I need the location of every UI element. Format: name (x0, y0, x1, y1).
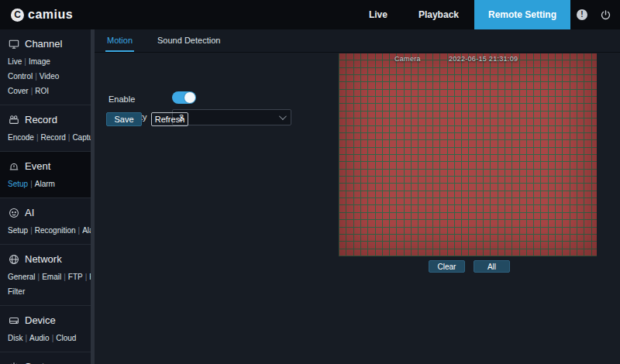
separator: | (68, 133, 71, 142)
app-window: C camius Live Playback Remote Setting ! … (0, 0, 620, 364)
sidebar-item-encode[interactable]: Encode (8, 133, 34, 142)
sidebar-section-record: RecordEncode|Record|Capture (0, 105, 95, 152)
face-icon (8, 207, 19, 218)
separator: | (85, 273, 88, 281)
header-nav: Live Playback Remote Setting ! (353, 0, 620, 29)
disk-icon (8, 314, 19, 326)
sidebar-section-header-system[interactable]: System (8, 359, 87, 364)
sidebar-item-recognition[interactable]: Recognition (35, 226, 76, 235)
refresh-button[interactable]: Refresh (151, 112, 188, 126)
sidebar-item-ftp[interactable]: FTP (68, 273, 83, 281)
sidebar-section-network: NetworkGeneral|Email|FTP|RTSP|DDNS|HTTPS… (0, 245, 95, 306)
separator: | (64, 273, 66, 281)
sidebar-section-header-event[interactable]: Event (8, 159, 87, 175)
sidebar-item-audio[interactable]: Audio (29, 334, 50, 342)
logo-icon: C (11, 9, 24, 22)
top-header: C camius Live Playback Remote Setting ! (0, 0, 620, 29)
sidebar-item-roi[interactable]: ROI (35, 87, 49, 95)
motion-detection-grid[interactable] (339, 53, 597, 256)
separator: | (24, 57, 26, 66)
enable-label: Enable (108, 94, 135, 104)
sidebar-section-ai: AISetup|Recognition|Alarm|Statistics (0, 198, 95, 245)
camera-preview[interactable]: Camera 2022-06-15 21:31:09 (339, 53, 597, 256)
sidebar-section-items: Encode|Record|Capture (8, 129, 87, 145)
separator: | (35, 72, 37, 81)
sensitivity-value: 3 (179, 113, 279, 122)
alarm-bell-icon (8, 160, 19, 172)
nav-remote-setting[interactable]: Remote Setting (474, 0, 570, 29)
separator: | (31, 87, 33, 95)
globe-icon (8, 253, 19, 265)
alert-info-icon[interactable]: ! (570, 0, 594, 29)
sidebar-item-disk[interactable]: Disk (8, 334, 22, 342)
sidebar-section-label: AI (25, 207, 34, 218)
toggle-knob (184, 92, 195, 103)
sidebar-section-system: SystemGeneral|Multi-User|Maintenance|Inf… (0, 352, 95, 364)
enable-toggle[interactable] (172, 91, 196, 104)
sidebar-section-items: Setup|Recognition|Alarm|Statistics (8, 221, 87, 238)
sidebar-section-header-device[interactable]: Device (8, 313, 87, 329)
sidebar: ChannelLive|Image Control|Video Cover|RO… (0, 29, 95, 364)
separator: | (30, 226, 33, 235)
separator: | (30, 180, 33, 188)
tab-strip: Motion Sound Detection (95, 29, 620, 53)
sidebar-section-label: Record (25, 114, 57, 125)
sidebar-item-email[interactable]: Email (42, 273, 61, 281)
sidebar-section-label: System (25, 361, 58, 364)
main-content: Motion Sound Detection Enable Sensitivit… (95, 29, 620, 364)
sidebar-item-alarm[interactable]: Alarm (35, 180, 55, 188)
separator: | (78, 226, 81, 235)
sidebar-item-cloud[interactable]: Cloud (56, 334, 76, 342)
sidebar-section-items: Disk|Audio|Cloud (8, 329, 87, 345)
sidebar-section-label: Channel (25, 38, 62, 50)
tab-sound-detection[interactable]: Sound Detection (156, 36, 222, 52)
sidebar-section-header-channel[interactable]: Channel (8, 36, 87, 53)
separator: | (38, 273, 40, 281)
brand-logo: C camius (0, 8, 73, 22)
monitor-icon (8, 38, 19, 50)
nav-playback[interactable]: Playback (403, 0, 474, 29)
clear-button[interactable]: Clear (429, 260, 465, 273)
power-icon[interactable] (594, 0, 617, 29)
sidebar-section-header-record[interactable]: Record (8, 112, 87, 129)
sidebar-section-label: Device (25, 314, 56, 326)
nav-live[interactable]: Live (353, 0, 403, 29)
separator: | (52, 334, 54, 342)
sidebar-section-label: Network (25, 253, 62, 265)
gear-icon (8, 361, 19, 364)
separator: | (36, 133, 39, 142)
chevron-down-icon (279, 112, 287, 120)
sidebar-section-items: Live|Image Control|Video Cover|ROI (8, 53, 87, 98)
sidebar-item-live[interactable]: Live (8, 57, 22, 66)
sidebar-section-header-network[interactable]: Network (8, 252, 87, 268)
separator: | (25, 334, 27, 342)
sidebar-item-general[interactable]: General (8, 273, 36, 281)
sidebar-section-label: Event (25, 160, 50, 172)
sidebar-section-event: EventSetup|Alarm (0, 152, 95, 198)
camera-name-overlay: Camera (394, 55, 421, 63)
tab-motion[interactable]: Motion (105, 36, 134, 52)
timestamp-overlay: 2022-06-15 21:31:09 (449, 55, 518, 63)
sidebar-section-channel: ChannelLive|Image Control|Video Cover|RO… (0, 29, 95, 105)
sidebar-item-record[interactable]: Record (41, 133, 66, 142)
sidebar-item-setup[interactable]: Setup (8, 180, 28, 188)
sidebar-section-device: DeviceDisk|Audio|Cloud (0, 306, 95, 352)
sidebar-item-setup[interactable]: Setup (8, 226, 28, 235)
logo-text: camius (28, 8, 73, 22)
sensitivity-select[interactable]: 3 (172, 109, 291, 125)
record-camera-icon (8, 114, 19, 125)
save-button[interactable]: Save (106, 112, 142, 126)
sidebar-section-header-ai[interactable]: AI (8, 205, 87, 221)
sidebar-section-items: General|Email|FTP|RTSP|DDNS|HTTPS|IP Fil… (8, 268, 87, 299)
sidebar-section-items: Setup|Alarm (8, 175, 87, 191)
all-button[interactable]: All (474, 260, 510, 273)
